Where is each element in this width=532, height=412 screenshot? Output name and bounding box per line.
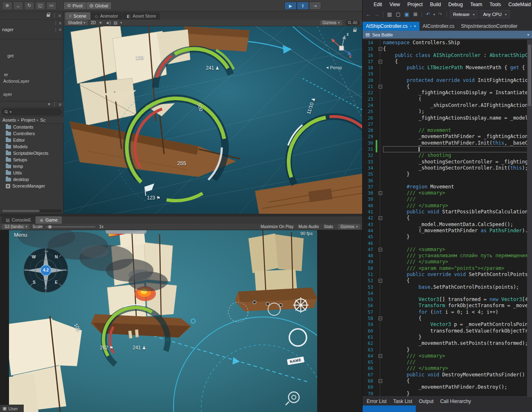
fold-gutter[interactable]: − bbox=[377, 84, 383, 90]
undo-icon[interactable]: ↶ bbox=[425, 11, 431, 17]
scale-slider[interactable] bbox=[46, 226, 95, 227]
tab-game[interactable]: ◉ Game bbox=[36, 216, 62, 224]
code-line[interactable]: 39 /// bbox=[363, 196, 532, 202]
menu-item-edit[interactable]: Edit bbox=[370, 2, 386, 7]
scene-lock-icon[interactable] bbox=[353, 29, 356, 32]
hierarchy-item[interactable]: ayer bbox=[3, 92, 12, 97]
lock-icon[interactable] bbox=[47, 14, 50, 17]
navigate-back-icon[interactable]: ← bbox=[365, 11, 372, 17]
code-line[interactable]: 50 /// <param name="points"></param> bbox=[363, 265, 532, 272]
menu-icon[interactable]: ≡ bbox=[59, 21, 61, 25]
save-icon[interactable]: ▣ bbox=[404, 11, 410, 17]
menu-item-codemaid[interactable]: CodeMaid bbox=[505, 2, 532, 7]
code-line[interactable]: 26 _fightingActionsDisplay.name = _model… bbox=[363, 115, 532, 121]
scene-view[interactable]: z x ◂ Persp 109241♟500255123⚑11/10♟ bbox=[63, 26, 362, 214]
code-line[interactable]: 47− /// <summary> bbox=[363, 247, 532, 253]
code-line[interactable]: 66 /// </summary> bbox=[363, 365, 532, 371]
navigate-forward-icon[interactable]: → bbox=[374, 11, 380, 17]
project-picker-bar[interactable]: ▤ Sea Battle ▾ bbox=[363, 31, 532, 38]
project-folder-constants[interactable]: Constants bbox=[0, 124, 63, 130]
code-line[interactable]: 37 #region Movement bbox=[363, 184, 532, 190]
project-folder-utils[interactable]: Utils bbox=[0, 170, 63, 176]
hierarchy-item[interactable]: er bbox=[4, 72, 8, 77]
code-line[interactable]: 62 _movementPath.setPoints(transformed); bbox=[363, 340, 532, 346]
code-line[interactable]: 30 _movementPathFinder.Init(this, _baseC… bbox=[363, 140, 532, 146]
project-search-input[interactable]: ▾ bbox=[2, 109, 62, 115]
search-filter-dropdown-icon[interactable]: ▾ bbox=[10, 110, 11, 114]
code-line[interactable]: 54 bbox=[363, 290, 532, 297]
code-line[interactable]: 33 _shootingSectorController = _fighting… bbox=[363, 159, 532, 165]
code-line[interactable]: 42− { bbox=[363, 215, 532, 221]
global-button[interactable]: ◎ Global bbox=[86, 2, 112, 10]
code-line[interactable]: 32 // shooting bbox=[363, 152, 532, 158]
tab-shipsinteractioncontroller[interactable]: ShipsInteractionController bbox=[458, 22, 521, 31]
code-line[interactable]: 41 public void StartPossiblePathsCalcula… bbox=[363, 209, 532, 215]
menu-icon[interactable]: ≡ bbox=[59, 13, 61, 18]
fold-gutter[interactable]: − bbox=[377, 190, 383, 196]
code-line[interactable]: 40 /// </summary> bbox=[363, 203, 532, 209]
editor-scrollbar[interactable] bbox=[527, 40, 532, 396]
code-line[interactable]: 61 } bbox=[363, 334, 532, 340]
project-folder-setups[interactable]: Setups bbox=[0, 156, 63, 163]
tab-aicontroller[interactable]: AIController.cs bbox=[419, 22, 458, 31]
code-line[interactable]: 19 bbox=[363, 71, 532, 77]
project-folder-controllers[interactable]: Controllers bbox=[0, 130, 63, 137]
code-line[interactable]: 58− { bbox=[363, 315, 532, 321]
code-line[interactable]: 53 base.SetPathControlPoints(points); bbox=[363, 284, 532, 290]
more-icon[interactable]: ⋮ bbox=[52, 13, 57, 18]
game-gizmos-dropdown[interactable]: Gizmos ▾ bbox=[338, 224, 360, 229]
fold-gutter[interactable]: − bbox=[377, 215, 383, 221]
scrollbar-thumb[interactable] bbox=[528, 45, 531, 106]
code-line[interactable]: 22 _fightingActionsDisplay = Instantiate bbox=[363, 90, 532, 96]
redo-icon[interactable]: ↷ bbox=[437, 11, 444, 17]
tab-error-list[interactable]: Error List bbox=[367, 398, 387, 404]
tab-output[interactable]: Output bbox=[419, 398, 433, 404]
axis-z-label[interactable]: z bbox=[347, 32, 349, 36]
scene-orientation-gizmo[interactable]: z x bbox=[325, 30, 358, 63]
perspective-toggle[interactable]: ◂ Persp bbox=[326, 65, 342, 70]
stats-toggle[interactable]: Stats bbox=[324, 224, 333, 229]
scale-tool-icon[interactable]: ◱ bbox=[35, 2, 45, 10]
menu-item-debug[interactable]: Debug bbox=[445, 2, 467, 7]
menu-icon[interactable]: ≡ bbox=[59, 27, 61, 32]
code-line[interactable]: 20 protected override void InitFightingA… bbox=[363, 77, 532, 84]
play-button[interactable]: ▶ bbox=[284, 2, 297, 10]
code-line[interactable]: 63 } bbox=[363, 347, 532, 353]
code-line[interactable]: 46 bbox=[363, 240, 532, 247]
breadcrumb-assets[interactable]: Assets bbox=[2, 118, 16, 122]
fold-gutter[interactable]: − bbox=[377, 59, 383, 65]
code-line[interactable]: 15−{ bbox=[363, 46, 532, 52]
open-file-icon[interactable]: ▢ bbox=[395, 11, 401, 17]
fold-gutter[interactable]: − bbox=[377, 278, 383, 284]
code-line[interactable]: 35 } bbox=[363, 171, 532, 177]
code-line[interactable]: 31 bbox=[363, 146, 532, 152]
axis-x-label[interactable]: x bbox=[349, 54, 352, 59]
code-line[interactable]: 56 Transform forkObjectTransform = _move… bbox=[363, 303, 532, 309]
code-line[interactable]: 51 public override void SetPathControlPo… bbox=[363, 272, 532, 278]
tab-scene[interactable]: # Scene bbox=[65, 12, 90, 20]
code-line[interactable]: 25 ); bbox=[363, 109, 532, 115]
code-line[interactable]: 64− /// <summary> bbox=[363, 353, 532, 359]
code-line[interactable]: 23 ( bbox=[363, 96, 532, 102]
code-line[interactable]: 28 // movement bbox=[363, 127, 532, 134]
create-dropdown-icon[interactable]: ▾ bbox=[48, 102, 50, 107]
platform-dropdown[interactable]: Any CPU ▾ bbox=[480, 10, 509, 18]
menu-item-view[interactable]: View bbox=[386, 2, 404, 7]
fold-gutter[interactable]: − bbox=[377, 353, 383, 359]
save-all-icon[interactable]: ⊞ bbox=[412, 11, 419, 17]
code-line[interactable]: 29 _movementPathFinder = _fightingAction… bbox=[363, 134, 532, 140]
project-folder-temp[interactable]: temp bbox=[0, 163, 63, 170]
mute-audio-toggle[interactable]: Mute Audio bbox=[298, 224, 319, 229]
gizmos-dropdown[interactable]: Gizmos ▾ bbox=[320, 20, 342, 25]
toggle-2d-button[interactable]: 2D bbox=[91, 20, 96, 25]
code-line[interactable]: 43 _model.MovementData.CalcSpeed(); bbox=[363, 222, 532, 228]
breadcrumb-sc[interactable]: Sc bbox=[40, 118, 45, 122]
project-folder-editor[interactable]: Editor bbox=[0, 137, 63, 143]
effects-icon[interactable]: ▤ bbox=[114, 20, 117, 25]
code-line[interactable]: 48 /// устанавливаем сплайн путь перемещ… bbox=[363, 253, 532, 259]
menu-item-project[interactable]: Project bbox=[404, 2, 426, 7]
code-line[interactable]: 45 } bbox=[363, 234, 532, 240]
fold-gutter[interactable]: − bbox=[377, 378, 383, 384]
shading-mode-dropdown[interactable]: Shaded ▾ bbox=[65, 20, 88, 25]
project-folder-scenesmanager[interactable]: ScenesManager bbox=[0, 183, 63, 189]
